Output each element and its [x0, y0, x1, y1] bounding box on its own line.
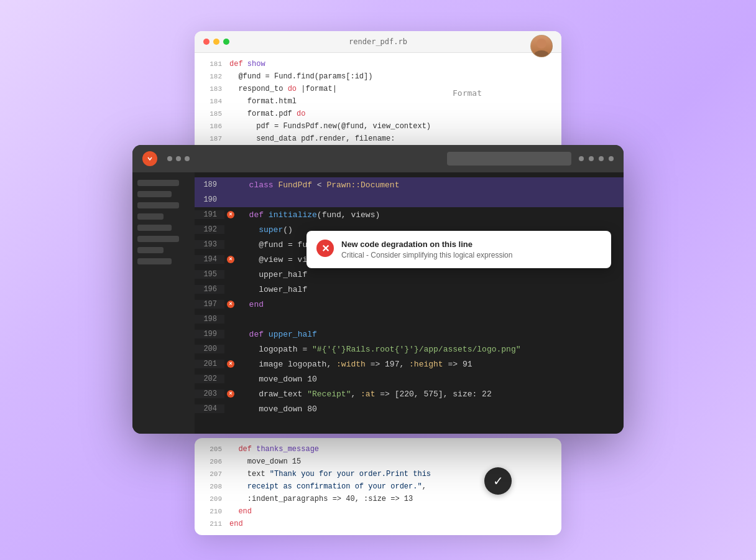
- error-dot: [227, 256, 234, 263]
- error-tooltip-title: New code degradation on this line: [341, 240, 601, 249]
- editor-line: 198: [195, 312, 624, 327]
- code-line: 211 end: [195, 518, 561, 530]
- code-line: 210 end: [195, 505, 561, 518]
- error-dot: [227, 211, 234, 218]
- editor-line: 204 move_down 80: [195, 401, 624, 416]
- dot-red: [203, 39, 210, 45]
- error-icon: ✕: [316, 240, 334, 257]
- dot-yellow: [213, 39, 219, 45]
- ide-ctrl-dot: [167, 156, 172, 161]
- format-label: Format: [449, 87, 530, 99]
- ide-logo: [142, 151, 157, 166]
- editor-line: 190: [195, 192, 624, 207]
- ide-window: 189 class FundPdf < Prawn::Document 190 …: [132, 145, 624, 434]
- code-line: 186 pdf = FundsPdf.new(@fund, view_conte…: [195, 120, 561, 133]
- ide-ctrl-dot: [589, 156, 594, 161]
- scene: render_pdf.rb 181 def show 182 @fund = F…: [123, 25, 633, 535]
- ide-body: 189 class FundPdf < Prawn::Document 190 …: [132, 172, 624, 434]
- sidebar-block: [137, 191, 172, 197]
- error-tooltip: ✕ New code degradation on this line Crit…: [307, 231, 611, 268]
- svg-point-0: [537, 39, 546, 49]
- avatar: [530, 35, 553, 57]
- sidebar-block: [137, 247, 164, 253]
- code-line: 206 move_down 15: [195, 455, 561, 468]
- editor-line: 189 class FundPdf < Prawn::Document: [195, 177, 624, 192]
- svg-point-2: [146, 155, 154, 162]
- ide-sidebar: [132, 172, 195, 434]
- dot-green: [223, 39, 229, 45]
- ide-ctrl-dot: [599, 156, 604, 161]
- check-icon: ✓: [493, 474, 504, 488]
- ide-ctrl-dot: [185, 156, 190, 161]
- error-tooltip-description: Critical - Consider simplifying this log…: [341, 251, 601, 259]
- code-line: 209 :indent_paragraphs => 40, :size => 1…: [195, 493, 561, 505]
- editor-lines: 189 class FundPdf < Prawn::Document 190 …: [195, 172, 624, 421]
- editor-line: 197 end: [195, 297, 624, 312]
- error-text-block: New code degradation on this line Critic…: [341, 240, 601, 259]
- code-line: 187 send_data pdf.render, filename:: [195, 133, 561, 145]
- editor-line: 195 upper_half: [195, 267, 624, 282]
- code-line: 185 format.pdf do: [195, 108, 561, 120]
- sidebar-block: [137, 258, 172, 264]
- ide-ctrl-dot: [579, 156, 584, 161]
- avatar-svg: [531, 35, 552, 57]
- ide-titlebar: [132, 145, 624, 172]
- top-window-bar: render_pdf.rb: [195, 31, 561, 53]
- editor-line: 196 lower_half: [195, 282, 624, 297]
- code-line: 181 def show: [195, 58, 561, 70]
- sidebar-block: [137, 213, 164, 220]
- ide-editor: 189 class FundPdf < Prawn::Document 190 …: [195, 172, 624, 434]
- check-avatar-badge: ✓: [484, 467, 512, 495]
- top-window-title: render_pdf.rb: [349, 37, 407, 46]
- editor-line: 202 move_down 10: [195, 371, 624, 386]
- error-dot: [227, 390, 234, 398]
- code-line: 205 def thanks_message: [195, 443, 561, 455]
- editor-line: 203 draw_text "Receipt", :at => [220, 57…: [195, 386, 624, 401]
- sidebar-block: [137, 180, 179, 186]
- sidebar-block: [137, 225, 172, 231]
- ide-ctrl-dot: [609, 156, 614, 161]
- error-dot: [227, 360, 234, 368]
- error-dot: [227, 301, 234, 308]
- editor-line: 191 def initialize(fund, views): [195, 207, 624, 222]
- editor-line: 200 logopath = "#{'{'}Rails.root{'}'}/ap…: [195, 342, 624, 357]
- window-dots: [203, 39, 229, 45]
- search-bar[interactable]: [447, 152, 571, 166]
- ide-window-controls: [579, 156, 614, 161]
- sidebar-block: [137, 236, 179, 242]
- svg-point-1: [534, 50, 549, 57]
- ide-dots: [167, 156, 190, 161]
- logo-icon: [145, 154, 154, 163]
- editor-line: 199 def upper_half: [195, 327, 624, 342]
- ide-ctrl-dot: [176, 156, 181, 161]
- editor-line: 201 image logopath, :width => 197, :heig…: [195, 357, 624, 371]
- code-line: 182 @fund = Fund.find(params[:id]): [195, 70, 561, 83]
- sidebar-block: [137, 202, 179, 208]
- bottom-code-window: 205 def thanks_message 206 move_down 15 …: [195, 438, 561, 535]
- avatar-face: [531, 35, 552, 57]
